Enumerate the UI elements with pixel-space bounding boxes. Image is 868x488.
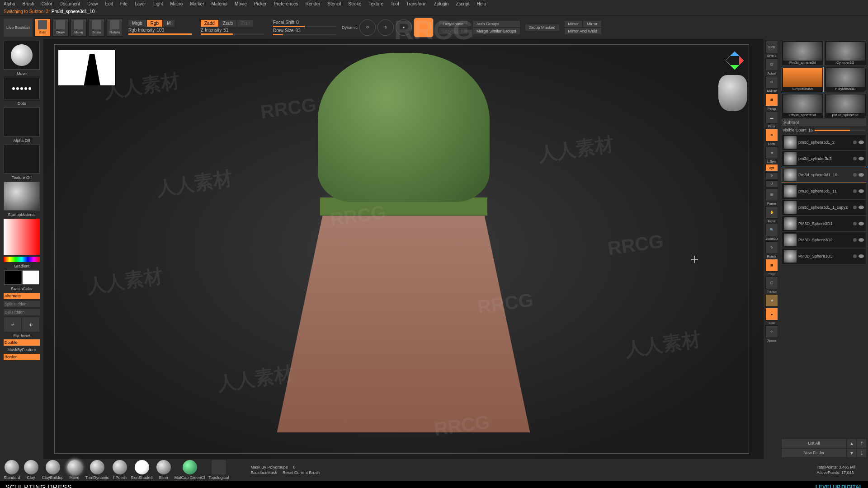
border-button[interactable]: Border bbox=[4, 354, 40, 360]
move-down-button[interactable]: ▼ bbox=[847, 449, 856, 457]
menu-preferences[interactable]: Preferences bbox=[274, 1, 298, 6]
lazy-radius-toggle[interactable]: LazyRadius bbox=[439, 28, 467, 34]
stroke-preview[interactable] bbox=[4, 78, 40, 99]
menu-light[interactable]: Light bbox=[153, 1, 163, 6]
xpose-button[interactable]: ⊹ bbox=[765, 325, 778, 338]
brush-blinn[interactable]: Blinn bbox=[156, 460, 171, 480]
subtool-item[interactable]: PM3D_Sphere3D1 bbox=[782, 216, 866, 232]
invert-button[interactable]: ◐ bbox=[22, 317, 39, 332]
rgb-intensity-slider[interactable] bbox=[128, 33, 192, 35]
menu-render[interactable]: Render bbox=[306, 1, 321, 6]
menu-brush[interactable]: Brush bbox=[23, 1, 34, 6]
visible-count-slider[interactable]: Visible Count 16 bbox=[782, 127, 866, 133]
zcut-toggle[interactable]: Zcut bbox=[237, 20, 253, 27]
brush-trimdynamic[interactable]: TrimDynamic bbox=[85, 460, 109, 480]
tool-item[interactable]: PolyMesh3D bbox=[825, 67, 867, 92]
switch-color-button[interactable]: SwitchColor bbox=[11, 286, 33, 291]
brush-move[interactable]: Move bbox=[67, 460, 82, 480]
rgb-toggle[interactable]: Rgb bbox=[147, 20, 162, 27]
draw-size-slider[interactable] bbox=[273, 34, 336, 35]
brush-topological[interactable]: Topological bbox=[208, 460, 229, 480]
merge-similar-button[interactable]: Merge Similar Groups bbox=[473, 28, 520, 34]
tool-item[interactable]: SimpleBrush bbox=[782, 67, 824, 92]
zadd-toggle[interactable]: Zadd bbox=[201, 20, 218, 27]
subtool-item-active[interactable]: Pm3d_sphere3d1_10 bbox=[782, 167, 866, 183]
rotate-view-button[interactable]: ↻ bbox=[765, 241, 778, 254]
edit-mode-button[interactable]: Edit bbox=[34, 19, 51, 37]
subtool-item[interactable]: PM3D_Sphere3D3 bbox=[782, 248, 866, 264]
mask-polygroups-label[interactable]: Mask By Polygroups bbox=[250, 465, 288, 469]
menu-zplugin[interactable]: Zplugin bbox=[434, 1, 449, 6]
brush-preview[interactable] bbox=[4, 41, 40, 70]
menu-transform[interactable]: Transform bbox=[406, 1, 426, 6]
scale-mode-button[interactable]: Scale bbox=[89, 19, 105, 37]
menu-document[interactable]: Document bbox=[60, 1, 80, 6]
lsym-button[interactable]: ◈ bbox=[765, 146, 778, 159]
z-intensity-slider[interactable] bbox=[201, 33, 264, 35]
gradient-label[interactable]: Gradient bbox=[14, 264, 30, 268]
menu-tool[interactable]: Tool bbox=[391, 1, 399, 6]
zoom3d-button[interactable]: 🔍 bbox=[765, 224, 778, 236]
menu-file[interactable]: File bbox=[120, 1, 127, 6]
z-button[interactable]: ↺ bbox=[765, 180, 778, 188]
secondary-color[interactable] bbox=[4, 270, 21, 285]
polyf-button[interactable]: ▦ bbox=[765, 259, 778, 272]
viewport[interactable] bbox=[43, 39, 764, 459]
flip-h-button[interactable]: ⇄ bbox=[4, 317, 21, 332]
brush-claybuildup[interactable]: ClayBuildup bbox=[42, 460, 64, 480]
subtool-header[interactable]: Subtool bbox=[782, 119, 866, 126]
brush-standard[interactable]: Standard bbox=[4, 460, 20, 480]
subtool-item[interactable]: pm3d_sphere3d1_1_copy2 bbox=[782, 199, 866, 216]
m-toggle[interactable]: M bbox=[163, 20, 174, 27]
menu-help[interactable]: Help bbox=[476, 1, 486, 6]
brush-hpolish[interactable]: hPolish bbox=[113, 460, 127, 480]
color-picker[interactable] bbox=[4, 219, 40, 255]
brush-preview-button[interactable] bbox=[414, 18, 434, 38]
dynamic-label[interactable]: Dynamic bbox=[342, 25, 358, 30]
subtool-item[interactable]: pm3d_sphere3d1_11 bbox=[782, 183, 866, 199]
menu-texture[interactable]: Texture bbox=[368, 1, 383, 6]
del-hidden-button[interactable]: Del Hidden bbox=[4, 309, 40, 315]
draw-mode-button[interactable]: Draw bbox=[52, 19, 69, 37]
auto-groups-button[interactable]: Auto Groups bbox=[473, 21, 520, 27]
group-masked-button[interactable]: Group Masked bbox=[525, 24, 559, 31]
menu-stencil[interactable]: Stencil bbox=[327, 1, 341, 6]
list-all-button[interactable]: List All bbox=[782, 439, 846, 448]
hue-slider[interactable] bbox=[4, 257, 40, 262]
circle-button-3[interactable]: ● bbox=[396, 19, 412, 36]
move-bottom-button[interactable]: ⤓ bbox=[857, 449, 866, 457]
texture-preview[interactable] bbox=[4, 145, 40, 174]
actual-button[interactable]: ⊡ bbox=[765, 58, 778, 71]
primary-color[interactable] bbox=[22, 270, 39, 285]
subtool-item[interactable]: PM3D_Sphere3D2 bbox=[782, 232, 866, 248]
material-preview[interactable] bbox=[4, 182, 40, 211]
reset-brush-button[interactable]: Reset Current Brush bbox=[283, 470, 320, 475]
new-folder-button[interactable]: New Folder bbox=[782, 449, 846, 457]
alternate-button[interactable]: Alternate bbox=[4, 293, 40, 299]
rotate-mode-button[interactable]: Rotate bbox=[107, 19, 123, 37]
mirror-weld-button[interactable]: Mirror And Weld bbox=[565, 28, 601, 34]
local-button[interactable]: ⊕ bbox=[765, 129, 778, 141]
move-mode-button[interactable]: Move bbox=[71, 19, 87, 37]
split-hidden-button[interactable]: Split Hidden bbox=[4, 301, 40, 307]
lazy-mouse-toggle[interactable]: LazyMouse bbox=[439, 21, 467, 27]
double-button[interactable]: Double bbox=[4, 339, 40, 346]
alpha-preview[interactable] bbox=[4, 108, 40, 136]
move-up-button[interactable]: ▲ bbox=[847, 439, 856, 448]
focal-shift-slider[interactable] bbox=[273, 26, 336, 27]
menu-edit[interactable]: Edit bbox=[105, 1, 113, 6]
menu-movie[interactable]: Movie bbox=[235, 1, 247, 6]
mask-by-feature-label[interactable]: MaskByFeature bbox=[7, 347, 36, 352]
zsub-toggle[interactable]: Zsub bbox=[219, 20, 236, 27]
transp-button[interactable]: ◫ bbox=[765, 277, 778, 289]
menu-draw[interactable]: Draw bbox=[87, 1, 98, 6]
mrgb-toggle[interactable]: Mrgb bbox=[128, 20, 146, 27]
y-button[interactable]: ↻ bbox=[765, 172, 778, 179]
camera-head-gizmo[interactable] bbox=[718, 75, 747, 111]
bpr-button[interactable]: BPR bbox=[765, 41, 778, 53]
subtool-item[interactable]: pm3d_sphere3d1_2 bbox=[782, 134, 866, 150]
floor-button[interactable]: ▬ bbox=[765, 111, 778, 124]
live-boolean-toggle[interactable]: Live Boolean bbox=[4, 19, 33, 37]
mirror-button[interactable]: Mirror bbox=[565, 21, 583, 27]
xyz-button[interactable]: Xyz bbox=[765, 164, 778, 171]
